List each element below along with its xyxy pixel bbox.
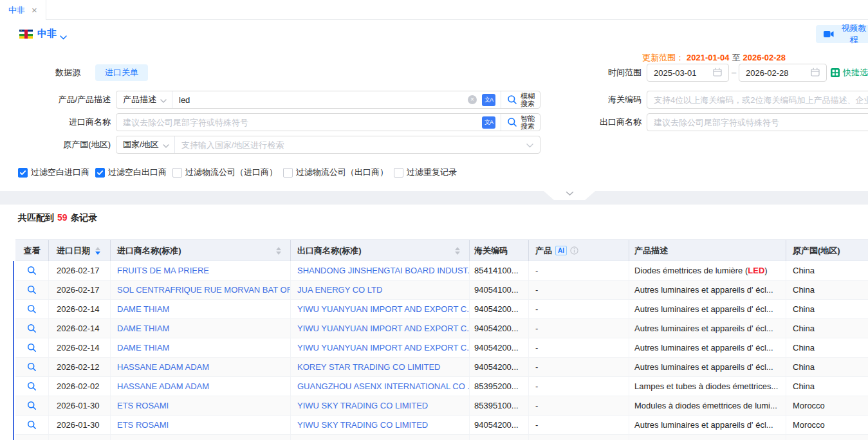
view-detail-icon[interactable] — [27, 266, 37, 275]
cell-description: Autres luminaires et appareils d' écl... — [629, 338, 786, 357]
cell-importer: DAME THIAM — [111, 338, 291, 357]
importer-link[interactable]: DAME THIAM — [117, 324, 169, 333]
origin-type-select[interactable]: 国家/地区 — [116, 136, 174, 153]
importer-link[interactable]: ETS ROSAMI — [117, 401, 169, 410]
column-header-hs-code: 海关编码 — [470, 240, 529, 261]
update-range-start: 2021-01-04 — [687, 53, 730, 62]
exporter-link[interactable]: YIWU YUANYUAN IMPORT AND EXPORT C... — [297, 343, 470, 353]
date-end-input[interactable] — [739, 64, 811, 81]
column-header-product: 产品 AI — [529, 240, 629, 261]
video-tutorial-button[interactable]: 视频教程 — [816, 25, 868, 43]
exporter-link[interactable]: SHANDONG JINSHENGTAI BOARD INDUST... — [297, 266, 470, 275]
product-search-input[interactable] — [172, 91, 468, 108]
importer-link[interactable]: DAME THIAM — [117, 304, 169, 314]
cell-import-date: 2026-02-14 — [49, 319, 111, 338]
date-end-field[interactable] — [739, 64, 827, 82]
info-icon[interactable] — [570, 246, 578, 255]
cell-importer: HASSANE ADAM ADAM — [111, 377, 291, 396]
sort-control[interactable] — [276, 247, 281, 255]
exporter-field[interactable] — [647, 113, 868, 131]
sort-control[interactable] — [455, 247, 460, 255]
exporter-input[interactable] — [647, 114, 868, 131]
exporter-link[interactable]: YIWU YUANYUAN IMPORT AND EXPORT C... — [297, 324, 470, 333]
checkbox-unchecked-icon[interactable] — [394, 168, 403, 178]
quick-select-button[interactable]: 快捷选 — [831, 64, 868, 82]
filter-checkbox[interactable]: 过滤物流公司（出口商） — [283, 167, 388, 178]
exporter-link[interactable]: GUANGZHOU ASENX INTERNATIONAL CO ... — [297, 381, 470, 391]
importer-link[interactable]: HASSANE ADAM ADAM — [117, 381, 209, 391]
results-panel: 共匹配到59条记录 查看 进口日期 进口商名称(标准) 出口商名称(标准) 海关… — [0, 205, 868, 440]
search-magnifier-icon — [507, 95, 517, 105]
view-detail-icon[interactable] — [27, 420, 37, 430]
importer-link[interactable]: ETS ROSAMI — [117, 420, 169, 430]
column-header-import-date[interactable]: 进口日期 — [49, 240, 111, 261]
checkbox-checked-icon[interactable] — [18, 168, 28, 178]
time-range-label: 时间范围 — [531, 64, 642, 82]
table-row: 2026-02-14DAME THIAMYIWU YUANYUAN IMPORT… — [15, 338, 868, 358]
view-detail-icon[interactable] — [27, 381, 37, 391]
filter-checkbox[interactable]: 过滤物流公司（进口商） — [172, 167, 277, 178]
chevron-down-icon — [526, 140, 533, 150]
translate-icon[interactable]: 文A — [482, 94, 495, 106]
cell-exporter: YIWU YUANYUAN IMPORT AND EXPORT C... — [291, 319, 470, 338]
table-row: 2026-01-30ETS ROSAMIYIWU SKY TRADING CO … — [15, 396, 868, 416]
collapse-panel-button[interactable] — [544, 191, 595, 200]
country-title[interactable]: 中非 — [37, 28, 57, 40]
cell-importer: SOL CENTRAFRIQUE RUE MORVAN BAT OF... — [111, 280, 291, 299]
sort-control[interactable] — [95, 247, 100, 255]
filter-checkbox[interactable]: 过滤空白出口商 — [95, 167, 167, 178]
clear-input-icon[interactable]: × — [468, 95, 477, 104]
table-row: 2026-02-14DAME THIAMYIWU YUANYUAN IMPORT… — [15, 319, 868, 338]
cell-exporter: KOREY STAR TRADING CO LIMITED — [291, 358, 470, 376]
cell-view — [15, 338, 49, 357]
importer-link[interactable]: SOL CENTRAFRIQUE RUE MORVAN BAT OF... — [117, 285, 291, 295]
checkbox-unchecked-icon[interactable] — [172, 168, 182, 178]
importer-input[interactable] — [116, 114, 482, 131]
column-header-exporter[interactable]: 出口商名称(标准) — [291, 240, 470, 261]
importer-link[interactable]: DAME THIAM — [117, 343, 169, 353]
importer-link[interactable]: FRUITS DE MA PRIERE — [117, 266, 209, 275]
cell-hs-code: 85395100... — [470, 396, 529, 415]
column-header-view: 查看 — [15, 240, 49, 261]
view-detail-icon[interactable] — [27, 324, 37, 333]
product-label: 产品/产品描述 — [0, 91, 111, 109]
exporter-link[interactable]: KOREY STAR TRADING CO LIMITED — [297, 362, 440, 372]
filter-checkbox-row: 过滤空白进口商过滤空白出口商过滤物流公司（进口商）过滤物流公司（出口商）过滤重复… — [18, 167, 457, 178]
filter-checkbox[interactable]: 过滤重复记录 — [394, 167, 457, 178]
chevron-down-icon[interactable] — [60, 32, 67, 42]
update-range-label: 更新范围： — [642, 53, 684, 62]
cell-view — [15, 300, 49, 318]
checkbox-label: 过滤空白出口商 — [108, 167, 167, 178]
view-detail-icon[interactable] — [27, 343, 37, 353]
exporter-link[interactable]: YIWU SKY TRADING CO LIMITED — [297, 401, 428, 410]
tab-close-icon[interactable]: × — [32, 5, 37, 15]
column-header-description: 产品描述 — [629, 240, 786, 261]
translate-icon[interactable]: 文A — [482, 116, 495, 129]
filter-checkbox[interactable]: 过滤空白进口商 — [18, 167, 89, 178]
cell-import-date: 2026-02-17 — [49, 280, 111, 299]
date-start-input[interactable] — [647, 64, 713, 81]
hs-code-input[interactable] — [647, 91, 868, 108]
product-type-select[interactable]: 产品描述 — [116, 91, 172, 108]
checkbox-checked-icon[interactable] — [95, 168, 105, 178]
view-detail-icon[interactable] — [27, 401, 37, 410]
checkbox-unchecked-icon[interactable] — [283, 168, 293, 178]
exporter-link[interactable]: YIWU SKY TRADING CO LIMITED — [297, 420, 428, 430]
date-start-field[interactable] — [647, 64, 729, 82]
exporter-link[interactable]: JUA ENERGY CO LTD — [297, 285, 382, 295]
data-source-import-declaration-chip[interactable]: 进口关单 — [95, 64, 148, 81]
view-detail-icon[interactable] — [27, 304, 37, 314]
column-header-importer[interactable]: 进口商名称(标准) — [111, 240, 291, 261]
importer-link[interactable]: HASSANE ADAM ADAM — [117, 362, 209, 372]
cell-empty — [470, 435, 529, 440]
view-detail-icon[interactable] — [27, 362, 37, 372]
cell-empty — [629, 435, 786, 440]
view-detail-icon[interactable] — [27, 285, 37, 295]
cell-description: Lampes et tubes à diodes émettrices... — [629, 377, 786, 396]
chevron-down-icon — [163, 140, 169, 150]
tab-zhongfei[interactable]: 中非 × — [0, 0, 46, 20]
origin-search-input[interactable] — [175, 136, 526, 153]
quick-select-label: 快捷选 — [843, 67, 868, 78]
hs-code-field[interactable] — [647, 91, 868, 109]
exporter-link[interactable]: YIWU YUANYUAN IMPORT AND EXPORT C... — [297, 304, 470, 314]
